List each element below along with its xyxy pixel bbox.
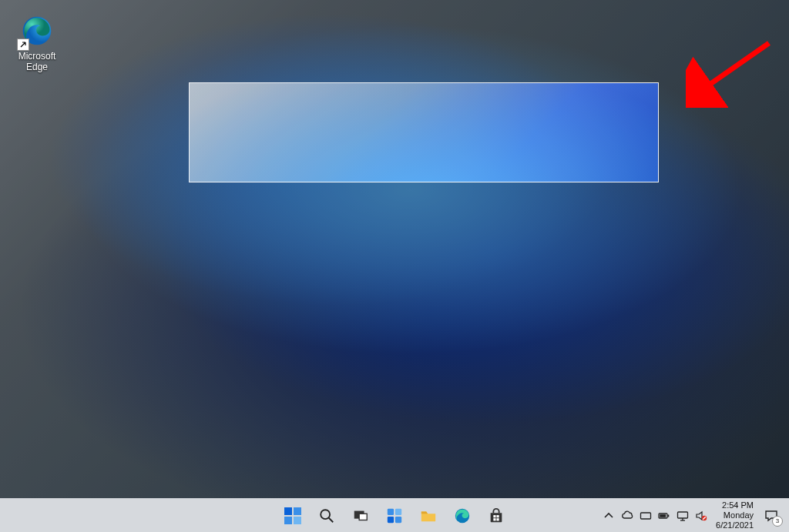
widgets-button[interactable] — [381, 503, 408, 529]
tray-volume[interactable] — [694, 509, 708, 523]
svg-rect-10 — [388, 508, 394, 514]
svg-rect-13 — [395, 516, 401, 522]
desktop-icon-label: Microsoft Edge — [9, 51, 65, 72]
tray-onedrive[interactable] — [620, 509, 634, 523]
taskview-icon — [352, 507, 369, 524]
volume-muted-icon — [695, 510, 707, 522]
clock-day: Monday — [716, 510, 754, 520]
svg-rect-12 — [388, 516, 394, 522]
file-explorer-button[interactable] — [415, 503, 442, 529]
svg-rect-22 — [660, 514, 666, 517]
svg-rect-9 — [359, 514, 367, 520]
widgets-icon — [386, 507, 403, 524]
svg-rect-4 — [284, 517, 292, 524]
folder-icon — [420, 507, 437, 524]
chevron-up-icon — [603, 510, 615, 522]
search-button[interactable] — [314, 503, 340, 529]
store-icon — [488, 507, 505, 524]
tray-battery[interactable] — [657, 509, 671, 523]
notifications-badge: 3 — [772, 516, 783, 527]
desktop-icon-edge[interactable]: Microsoft Edge — [9, 14, 65, 72]
tray-chevron[interactable] — [602, 509, 616, 523]
taskbar: 2:54 PM Monday 6/21/2021 3 — [0, 498, 789, 532]
tray-input[interactable] — [639, 509, 653, 523]
notifications-button[interactable]: 3 — [761, 506, 781, 526]
taskbar-center — [280, 499, 509, 532]
tray-network[interactable] — [676, 509, 690, 523]
edge-taskbar-button[interactable] — [449, 503, 475, 529]
svg-rect-17 — [493, 518, 495, 520]
taskbar-clock[interactable]: 2:54 PM Monday 6/21/2021 — [713, 500, 757, 530]
clock-date: 6/21/2021 — [716, 520, 754, 530]
snip-dim-overlay — [0, 0, 789, 499]
clock-time: 2:54 PM — [716, 500, 754, 510]
edge-icon — [454, 507, 471, 524]
svg-rect-21 — [668, 514, 670, 517]
svg-rect-16 — [496, 515, 499, 517]
snip-selection[interactable] — [189, 82, 659, 182]
svg-rect-23 — [678, 512, 688, 518]
svg-line-7 — [329, 517, 334, 522]
svg-point-6 — [321, 510, 330, 519]
search-icon — [318, 507, 335, 524]
svg-rect-18 — [496, 518, 499, 520]
input-icon — [640, 510, 652, 522]
windows-logo-icon — [284, 507, 301, 524]
cloud-icon — [621, 510, 633, 522]
taskview-button[interactable] — [347, 503, 374, 529]
system-tray: 2:54 PM Monday 6/21/2021 3 — [597, 499, 786, 532]
network-icon — [677, 510, 689, 522]
svg-rect-19 — [641, 513, 651, 519]
svg-rect-2 — [284, 507, 292, 515]
svg-rect-11 — [395, 508, 401, 514]
store-button[interactable] — [483, 503, 509, 529]
shortcut-overlay-icon — [17, 38, 29, 51]
svg-rect-5 — [294, 517, 301, 524]
start-button[interactable] — [280, 503, 306, 529]
svg-rect-15 — [493, 515, 495, 517]
svg-rect-3 — [294, 507, 301, 515]
battery-icon — [658, 510, 670, 522]
